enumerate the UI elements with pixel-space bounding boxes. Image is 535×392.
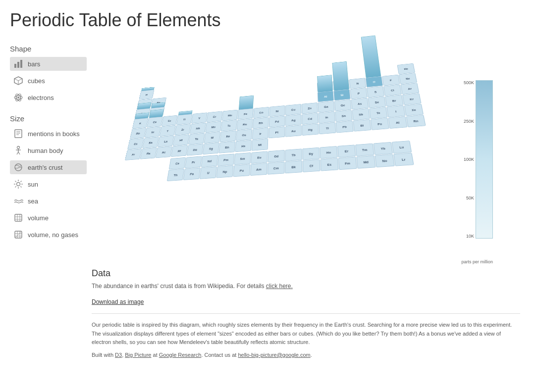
element-Lr[interactable]: Lr bbox=[393, 153, 414, 166]
element-Cr[interactable]: Cr bbox=[207, 111, 222, 122]
footer-d3-link[interactable]: D3 bbox=[115, 352, 122, 358]
element-Ra[interactable]: Ra bbox=[140, 147, 157, 159]
element-Be[interactable]: Be bbox=[151, 98, 167, 108]
element-Ce[interactable]: Ce bbox=[169, 157, 186, 170]
element-Ar[interactable]: Ar bbox=[400, 83, 419, 95]
element-Ge[interactable]: Ge bbox=[334, 99, 352, 111]
element-Ac[interactable]: Ac bbox=[156, 147, 172, 158]
footer-email-link[interactable]: hello-big-picture@google.com bbox=[238, 352, 310, 358]
element-Nd[interactable]: Nd bbox=[201, 155, 218, 167]
size-sun-option[interactable]: sun bbox=[10, 177, 87, 191]
element-I[interactable]: I bbox=[386, 105, 405, 117]
element-Tc[interactable]: Tc bbox=[221, 120, 237, 131]
element-Th[interactable]: Th bbox=[167, 169, 184, 181]
footer-big-picture-link[interactable]: Big Picture bbox=[125, 352, 151, 358]
element-Pu[interactable]: Pu bbox=[233, 164, 251, 177]
element-Es[interactable]: Es bbox=[321, 158, 339, 171]
size-earths-crust-option[interactable]: earth's crust bbox=[10, 160, 87, 174]
element-Np[interactable]: Np bbox=[216, 165, 233, 178]
element-Fm[interactable]: Fm bbox=[338, 157, 357, 170]
size-mentions-option[interactable]: mentions in books bbox=[10, 127, 87, 141]
element-Lu[interactable]: Lu bbox=[392, 141, 412, 153]
element-Db[interactable]: Db bbox=[187, 144, 204, 156]
element-Sb[interactable]: Sb bbox=[352, 108, 370, 120]
element-Er[interactable]: Er bbox=[337, 145, 356, 157]
element-Na[interactable]: Na bbox=[134, 108, 150, 119]
element-Pt[interactable]: Pt bbox=[268, 126, 285, 138]
element-Mg[interactable]: Mg bbox=[149, 107, 164, 118]
element-Co[interactable]: Co bbox=[253, 107, 269, 118]
element-Si[interactable]: Si bbox=[333, 89, 350, 100]
element-Cm[interactable]: Cm bbox=[268, 162, 285, 175]
element-Tm[interactable]: Tm bbox=[355, 144, 374, 156]
element-Mt[interactable]: Mt bbox=[252, 139, 268, 151]
element-Md[interactable]: Md bbox=[356, 155, 375, 169]
shape-bars-option[interactable]: bars bbox=[10, 57, 87, 71]
element-N[interactable]: N bbox=[349, 78, 366, 89]
element-Au[interactable]: Au bbox=[285, 125, 302, 137]
element-Eu[interactable]: Eu bbox=[251, 151, 268, 163]
element-H[interactable]: H bbox=[139, 90, 154, 100]
element-B[interactable]: B bbox=[317, 81, 333, 92]
element-Pd[interactable]: Pd bbox=[269, 116, 285, 127]
size-volume-no-gases-option[interactable]: volume, no gases bbox=[10, 228, 87, 242]
element-Mn[interactable]: Mn bbox=[222, 110, 238, 121]
element-Rn[interactable]: Rn bbox=[406, 115, 426, 127]
download-link[interactable]: Download as image bbox=[92, 298, 520, 305]
element-Ne[interactable]: Ne bbox=[399, 73, 417, 84]
size-human-body-option[interactable]: human body bbox=[10, 144, 87, 157]
shape-cubes-option[interactable]: cubes bbox=[10, 74, 87, 88]
element-Gd[interactable]: Gd bbox=[268, 150, 285, 162]
footer-google-research-link[interactable]: Google Research bbox=[159, 352, 202, 358]
element-Rf[interactable]: Rf bbox=[171, 145, 188, 157]
element-La[interactable]: La bbox=[158, 136, 174, 147]
element-At[interactable]: At bbox=[388, 116, 407, 129]
element-Fe[interactable]: Fe bbox=[238, 108, 254, 120]
data-link[interactable]: click here. bbox=[266, 283, 293, 290]
element-Pm[interactable]: Pm bbox=[217, 153, 234, 166]
element-Os[interactable]: Os bbox=[236, 129, 252, 141]
element-Sm[interactable]: Sm bbox=[234, 152, 251, 165]
element-Re[interactable]: Re bbox=[220, 131, 236, 143]
element-Nb[interactable]: Nb bbox=[190, 123, 206, 134]
element-Tl[interactable]: Tl bbox=[319, 122, 336, 134]
element-Cu[interactable]: Cu bbox=[285, 104, 301, 115]
element-Te[interactable]: Te bbox=[369, 107, 387, 119]
size-volume-option[interactable]: volume bbox=[10, 211, 87, 225]
element-Mo[interactable]: Mo bbox=[205, 121, 221, 133]
element-Hs[interactable]: Hs bbox=[235, 140, 252, 152]
element-Am[interactable]: Am bbox=[250, 163, 268, 176]
element-Bh[interactable]: Bh bbox=[218, 141, 235, 153]
element-Zn[interactable]: Zn bbox=[302, 102, 318, 114]
element-Xe[interactable]: Xe bbox=[404, 104, 424, 116]
element-Ba[interactable]: Ba bbox=[142, 137, 159, 148]
element-Se[interactable]: Se bbox=[368, 97, 386, 108]
element-Sc[interactable]: Sc bbox=[161, 115, 178, 126]
element-Fr[interactable]: Fr bbox=[125, 148, 142, 160]
element-F[interactable]: F bbox=[382, 75, 400, 86]
element-Bi[interactable]: Bi bbox=[353, 119, 372, 132]
element-Ru[interactable]: Ru bbox=[237, 118, 253, 130]
element-Sg[interactable]: Sg bbox=[203, 143, 219, 154]
element-Ho[interactable]: Ho bbox=[320, 146, 337, 159]
element-Tb[interactable]: Tb bbox=[285, 148, 302, 161]
element-C[interactable]: C bbox=[333, 80, 350, 91]
element-Ni[interactable]: Ni bbox=[269, 105, 285, 117]
element-Al[interactable]: Al bbox=[318, 91, 334, 102]
element-Pa[interactable]: Pa bbox=[183, 168, 201, 180]
element-Pb[interactable]: Pb bbox=[336, 121, 354, 133]
element-U[interactable]: U bbox=[200, 166, 217, 179]
element-Cd[interactable]: Cd bbox=[302, 113, 318, 125]
element-Ca[interactable]: Ca bbox=[147, 116, 163, 127]
element-Kr[interactable]: Kr bbox=[402, 93, 422, 105]
element-Rb[interactable]: Rb bbox=[130, 128, 146, 139]
element-Sn[interactable]: Sn bbox=[335, 110, 352, 122]
element-Rh[interactable]: Rh bbox=[253, 117, 268, 129]
element-As[interactable]: As bbox=[351, 98, 369, 109]
element-P[interactable]: P bbox=[350, 88, 368, 99]
shape-electrons-option[interactable]: electrons bbox=[10, 91, 87, 104]
element-Dy[interactable]: Dy bbox=[302, 147, 320, 160]
element-Br[interactable]: Br bbox=[385, 95, 404, 107]
element-Hg[interactable]: Hg bbox=[302, 124, 319, 136]
element-Zr[interactable]: Zr bbox=[174, 124, 191, 135]
